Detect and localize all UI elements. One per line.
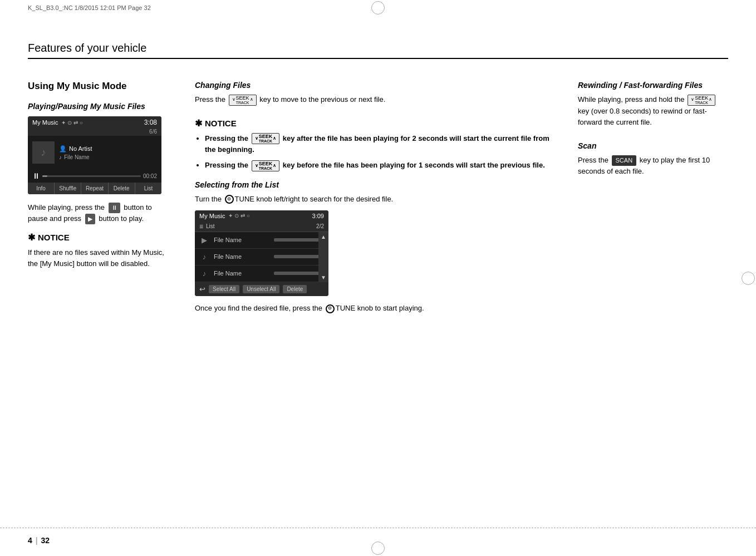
list-scrollbar: ▲ ▼ bbox=[318, 232, 328, 282]
mid-column: Changing Files Press the ∨ SEEK TRACK ∧ … bbox=[184, 81, 572, 517]
selecting-text: Turn the ⊙TUNE knob left/right to search… bbox=[195, 194, 561, 205]
bullet-item-2: Pressing the ∨ SEEK TRACK ∧ key before t… bbox=[205, 160, 561, 171]
player-controls: ⏸ 00:02 bbox=[28, 169, 161, 183]
play-pause-icon: ⏸ bbox=[32, 171, 40, 180]
notice-title-mid: ✱ NOTICE bbox=[195, 118, 561, 129]
chevron-down-icon-4: ∨ bbox=[691, 96, 694, 103]
back-icon: ↩ bbox=[199, 285, 205, 293]
right-column: Rewinding / Fast-forwarding Files While … bbox=[572, 81, 728, 517]
chevron-up-icon-2: ∧ bbox=[273, 135, 276, 142]
seek-track-inner-2: SEEK TRACK bbox=[259, 134, 273, 143]
item-bar-1 bbox=[274, 238, 324, 242]
player-btn-shuffle[interactable]: Shuffle bbox=[55, 183, 81, 194]
bullet-item-1: Pressing the ∨ SEEK TRACK ∧ key after th… bbox=[205, 133, 561, 156]
list-items: ▶ File Name ♪ File Name ♪ File Name bbox=[195, 232, 328, 282]
delete-btn[interactable]: Delete bbox=[283, 285, 307, 293]
player-time: 3:08 bbox=[144, 119, 157, 126]
rewind-title: Rewinding / Fast-forwarding Files bbox=[578, 81, 728, 90]
artist-name: No Artist bbox=[69, 145, 92, 152]
asterisk-icon-mid: ✱ bbox=[195, 118, 202, 129]
progress-fill bbox=[42, 175, 47, 177]
track-artist: 👤 No Artist bbox=[59, 145, 92, 152]
after-list-text: Once you find the desired file, press th… bbox=[195, 303, 561, 314]
player-title: My Music bbox=[32, 119, 58, 126]
chevron-down-icon: ∨ bbox=[232, 96, 235, 103]
album-art: ♪ bbox=[32, 141, 55, 164]
filename-text: File Name bbox=[64, 154, 90, 160]
select-all-btn[interactable]: Select All bbox=[209, 285, 239, 293]
pause-button-icon: ⏸ bbox=[109, 203, 120, 213]
seek-track-btn-2: ∨ SEEK TRACK ∧ bbox=[252, 133, 280, 144]
chevron-down-icon-2: ∨ bbox=[255, 135, 258, 142]
scan-section: Scan Press the SCAN key to play the firs… bbox=[578, 141, 728, 177]
page-separator: | bbox=[36, 536, 38, 545]
list-label: List bbox=[206, 223, 215, 229]
player-btn-delete[interactable]: Delete bbox=[109, 183, 135, 194]
selecting-section: Selecting from the List Turn the ⊙TUNE k… bbox=[195, 180, 561, 314]
list-filename-2: File Name bbox=[214, 253, 269, 260]
list-item-2: ♪ File Name bbox=[195, 249, 328, 265]
player-icons: ✦ ⊙ ⇄ ○ bbox=[61, 120, 82, 126]
seek-track-btn-3: ∨ SEEK TRACK ∧ bbox=[252, 160, 280, 171]
chevron-up-icon-4: ∧ bbox=[709, 96, 712, 103]
player-btn-list[interactable]: List bbox=[135, 183, 161, 194]
bottom-divider bbox=[0, 528, 756, 528]
list-item-1: ▶ File Name bbox=[195, 232, 328, 249]
unselect-all-btn[interactable]: Unselect All bbox=[243, 285, 279, 293]
track-label: TRACK bbox=[236, 101, 249, 105]
list-title-area: My Music ✦ ⊙ ⇄ ○ bbox=[199, 213, 250, 219]
section-title: Using My Music Mode bbox=[28, 81, 173, 92]
track-filename: ♪ File Name bbox=[59, 154, 92, 160]
notice-title-left: ✱ NOTICE bbox=[28, 232, 173, 243]
artist-icon: 👤 bbox=[59, 145, 67, 152]
item-bar-2 bbox=[274, 255, 324, 258]
crop-mark-bottom bbox=[371, 542, 385, 555]
player-subtime: 6/6 bbox=[149, 129, 157, 135]
track-info: 👤 No Artist ♪ File Name bbox=[59, 145, 92, 160]
list-subtime: 2/2 bbox=[316, 223, 324, 229]
rewind-text: While playing, press and hold the ∨ SEEK… bbox=[578, 94, 728, 128]
asterisk-icon: ✱ bbox=[28, 232, 35, 243]
play-circle-icon: ▶ bbox=[199, 236, 209, 244]
seek-label: SEEK bbox=[236, 96, 249, 101]
page-number-32: 32 bbox=[41, 536, 50, 545]
player-btn-repeat[interactable]: Repeat bbox=[81, 183, 108, 194]
notice-label-mid: NOTICE bbox=[205, 119, 237, 128]
tune-knob-icon: ⊙ bbox=[225, 195, 234, 204]
scroll-up-icon: ▲ bbox=[321, 234, 326, 240]
changing-files-section: Changing Files Press the ∨ SEEK TRACK ∧ … bbox=[195, 81, 561, 106]
notice-label-left: NOTICE bbox=[38, 233, 70, 242]
player-buttons: Info Shuffle Repeat Delete List bbox=[28, 183, 161, 194]
scan-title: Scan bbox=[578, 141, 728, 150]
chevron-up-icon-3: ∧ bbox=[273, 163, 276, 169]
time-display: 00:02 bbox=[143, 173, 157, 179]
list-subbar: ≡ List 2/2 bbox=[195, 222, 328, 232]
list-item-3: ♪ File Name bbox=[195, 265, 328, 282]
player-btn-info[interactable]: Info bbox=[28, 183, 55, 194]
notice-box-left: ✱ NOTICE If there are no files saved wit… bbox=[28, 232, 173, 269]
changing-files-title: Changing Files bbox=[195, 81, 561, 90]
left-column: Using My Music Mode Playing/Pausing My M… bbox=[28, 81, 184, 517]
list-filename-3: File Name bbox=[214, 270, 269, 277]
print-header: K_SL_B3.0_:NC 1/8/2015 12:01 PM Page 32 bbox=[28, 4, 728, 11]
progress-bar bbox=[42, 175, 141, 177]
list-icon: ≡ bbox=[199, 223, 203, 230]
player-main: ♪ 👤 No Artist ♪ File Name bbox=[28, 136, 161, 169]
notice-text-left: If there are no files saved within My Mu… bbox=[28, 247, 173, 269]
main-content: Using My Music Mode Playing/Pausing My M… bbox=[28, 81, 728, 517]
seek-track-inner-3: SEEK TRACK bbox=[259, 161, 273, 170]
list-filename-1: File Name bbox=[214, 237, 269, 243]
page-number: 4 | 32 bbox=[28, 536, 50, 545]
scan-button: SCAN bbox=[612, 155, 637, 166]
player-screen: My Music ✦ ⊙ ⇄ ○ 3:08 6/6 ♪ 👤 No Artist … bbox=[28, 116, 161, 194]
features-header: Features of your vehicle bbox=[28, 42, 728, 59]
seek-track-btn-1: ∨ SEEK TRACK ∧ bbox=[229, 95, 257, 106]
selecting-title: Selecting from the List bbox=[195, 180, 561, 189]
list-screen: My Music ✦ ⊙ ⇄ ○ 3:09 ≡ List 2/2 ▶ File … bbox=[195, 210, 328, 296]
seek-track-inner-4: SEEK TRACK bbox=[695, 96, 708, 105]
seek-track-btn-4: ∨ SEEK TRACK ∧ bbox=[688, 95, 715, 106]
subsection-title: Playing/Pausing My Music Files bbox=[28, 102, 173, 111]
crop-mark-right bbox=[742, 272, 755, 285]
play-button-icon: ▶ bbox=[85, 214, 95, 224]
seek-track-inner: SEEK TRACK bbox=[236, 96, 249, 105]
